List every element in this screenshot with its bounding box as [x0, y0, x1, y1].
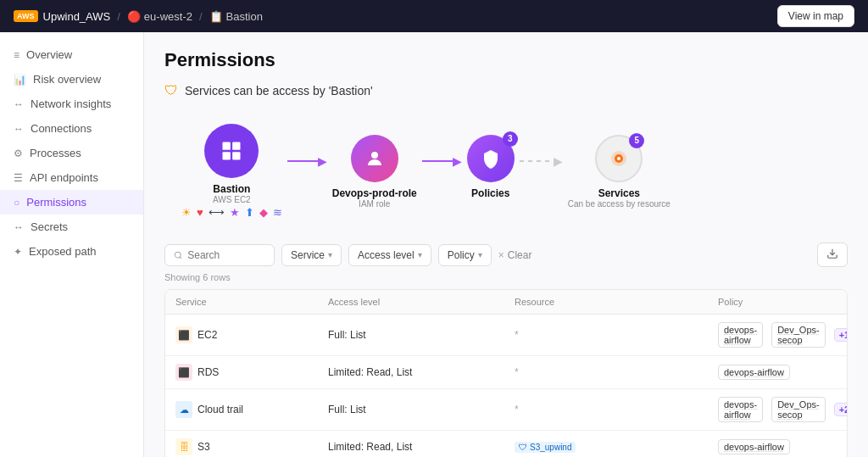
rds-icon: ⬛: [175, 364, 192, 381]
breadcrumb-page: 📋 Bastion: [209, 10, 263, 23]
svg-point-8: [175, 252, 181, 258]
policy-count[interactable]: +1: [834, 328, 848, 342]
table-row: ⬛ RDS Limited: Read, List * devops-airfl…: [165, 356, 847, 389]
col-head-access-level: Access level: [328, 297, 515, 307]
ec2-icon: ⬛: [175, 326, 192, 343]
icon-sun: ☀: [181, 206, 192, 219]
sidebar-item-secrets[interactable]: ↔ Secrets: [0, 215, 143, 239]
sidebar-item-connections[interactable]: ↔ Connections: [0, 116, 143, 141]
download-icon: [826, 248, 838, 259]
services-sublabel: Can be access by resource: [568, 199, 670, 209]
arrow-head-1: ▶: [318, 154, 327, 168]
icon-heart: ♥: [197, 206, 203, 219]
sidebar: ≡ Overview 📊 Risk overview ↔ Network ins…: [0, 32, 144, 457]
services-circle[interactable]: 5: [595, 135, 643, 182]
policy-tag-1[interactable]: devops-airflow: [718, 397, 763, 422]
policies-circle[interactable]: 3: [467, 135, 515, 182]
sidebar-item-risk-overview[interactable]: 📊 Risk overview: [0, 67, 143, 92]
service-filter-label: Service: [291, 249, 325, 261]
resource-asterisk: *: [515, 404, 519, 415]
access-level-filter-button[interactable]: Access level ▾: [348, 244, 431, 266]
main-content: Permissions 🛡 Services can be access by …: [144, 32, 868, 457]
policies-badge: 3: [503, 131, 518, 147]
services-badge: 5: [629, 133, 644, 148]
service-name: Cloud trail: [198, 404, 243, 415]
sidebar-item-permissions[interactable]: ○ Permissions: [0, 190, 143, 215]
flow-line-dashed: [520, 160, 554, 162]
resource-cell: *: [515, 329, 718, 341]
flow-diagram: Bastion AWS EC2 ☀ ♥ ⟷ ★ ⬆ ◆ ≋ ▶: [164, 115, 848, 227]
access-level-cell: Full: List: [328, 329, 515, 341]
sidebar-item-exposed-path[interactable]: ✦ Exposed path: [0, 239, 143, 264]
sidebar-item-label: Network insights: [31, 98, 111, 110]
clear-button[interactable]: × Clear: [498, 249, 532, 261]
access-level-value: Full: List: [328, 329, 366, 341]
sidebar-item-label: API endpoints: [30, 171, 98, 184]
bastion-circle[interactable]: [204, 124, 259, 178]
flow-node-policies: 3 Policies: [467, 135, 515, 209]
app-container: AWS Upwind_AWS / 🔴 eu-west-2 / 📋 Bastion…: [0, 0, 868, 457]
cloudtrail-icon: ☁: [175, 401, 192, 418]
topbar-left: AWS Upwind_AWS / 🔴 eu-west-2 / 📋 Bastion: [14, 10, 263, 23]
permissions-icon: ○: [14, 197, 19, 209]
devops-circle[interactable]: [351, 135, 398, 182]
policies-node-icon: [481, 148, 501, 169]
view-in-map-button[interactable]: View in map: [777, 5, 854, 27]
policy-count[interactable]: +2: [834, 403, 848, 416]
services-node-icon: [609, 148, 629, 169]
sidebar-item-processes[interactable]: ⚙ Processes: [0, 141, 143, 165]
flow-node-bastion: Bastion AWS EC2 ☀ ♥ ⟷ ★ ⬆ ◆ ≋: [181, 124, 282, 219]
risk-overview-icon: 📊: [14, 74, 26, 86]
download-button[interactable]: [817, 242, 848, 267]
icon-person: ⬆: [245, 206, 254, 219]
icon-star: ★: [230, 206, 240, 219]
service-filter-button[interactable]: Service ▾: [281, 244, 342, 266]
sidebar-item-network-insights[interactable]: ↔ Network insights: [0, 92, 143, 116]
region-label: eu-west-2: [144, 10, 192, 23]
clear-x-icon: ×: [498, 249, 504, 261]
access-level-value: Limited: Read, List: [328, 441, 412, 453]
breadcrumb-sep-1: /: [117, 10, 120, 23]
services-banner: 🛡 Services can be access by 'Bastion': [164, 83, 848, 98]
access-level-cell: Full: List: [328, 404, 515, 415]
policy-cell: devops-airflow: [718, 439, 837, 454]
sidebar-item-label: Overview: [26, 48, 72, 61]
service-name: S3: [198, 441, 210, 453]
access-level-cell: Limited: Read, List: [328, 441, 515, 453]
sidebar-item-overview[interactable]: ≡ Overview: [0, 42, 143, 67]
policy-tag-1[interactable]: devops-airflow: [718, 365, 790, 380]
services-label: Services: [598, 187, 640, 199]
sidebar-item-api-endpoints[interactable]: ☰ API endpoints: [0, 165, 143, 190]
devops-sublabel: IAM role: [359, 199, 390, 209]
policy-filter-button[interactable]: Policy ▾: [438, 244, 492, 266]
policies-sublabel: [489, 199, 492, 209]
policy-tag-2[interactable]: Dev_Ops-secop: [771, 397, 826, 422]
policy-chevron-icon: ▾: [478, 250, 482, 259]
policy-cell: devops-airflow: [718, 365, 837, 380]
sidebar-item-label: Secrets: [31, 220, 68, 233]
page-breadcrumb-label: Bastion: [226, 10, 263, 23]
topbar-right: View in map: [777, 5, 854, 27]
access-level-filter-label: Access level: [358, 249, 415, 261]
sidebar-item-label: Exposed path: [29, 245, 97, 258]
topbar: AWS Upwind_AWS / 🔴 eu-west-2 / 📋 Bastion…: [0, 0, 868, 32]
access-level-value: Full: List: [328, 404, 366, 415]
clear-label: Clear: [508, 249, 532, 261]
search-wrap[interactable]: [164, 244, 275, 266]
api-endpoints-icon: ☰: [14, 172, 23, 184]
search-input[interactable]: [187, 249, 265, 261]
table-row: 🗄 S3 Limited: Read, List 🛡 S3_upwind dev…: [165, 431, 847, 457]
table-row: ☁ Cloud trail Full: List * devops-airflo…: [165, 389, 847, 431]
policy-tag-1[interactable]: devops-airflow: [718, 439, 790, 454]
flow-arrow-2: ▶: [422, 154, 462, 168]
service-cell: ☁ Cloud trail: [175, 401, 328, 418]
policy-tag-1[interactable]: devops-airflow: [718, 322, 763, 348]
flow-line-2: [422, 160, 456, 162]
service-cell: ⬛ RDS: [175, 364, 328, 381]
access-level-value: Limited: Read, List: [328, 366, 412, 378]
policy-cell: devops-airflow Dev_Ops-secop +1: [718, 322, 848, 348]
policy-tag-2[interactable]: Dev_Ops-secop: [771, 322, 826, 348]
services-banner-text: Services can be access by 'Bastion': [185, 84, 373, 98]
resource-asterisk: *: [515, 329, 519, 341]
s3-resource-name: S3_upwind: [530, 443, 571, 452]
